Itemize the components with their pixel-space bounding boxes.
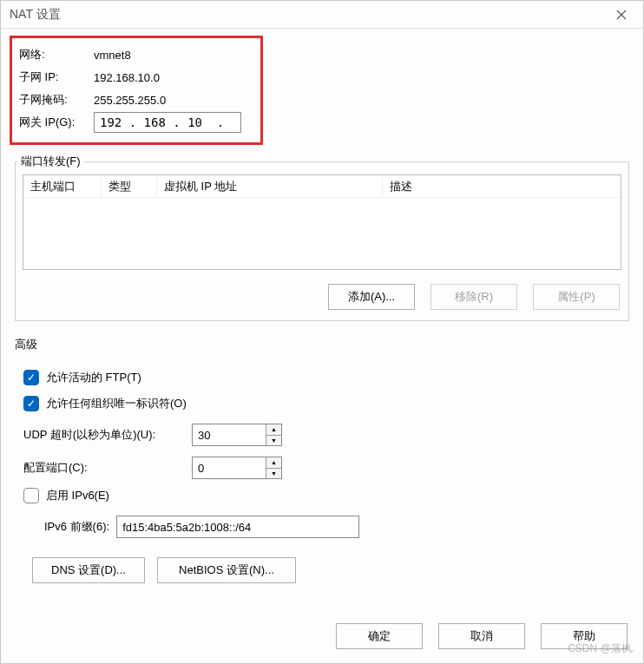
network-info-highlight: 网络: vmnet8 子网 IP: 192.168.10.0 子网掩码: 255… (10, 36, 263, 145)
chevron-down-icon[interactable]: ▼ (266, 469, 281, 479)
config-port-input[interactable] (193, 457, 266, 478)
subnet-ip-label: 子网 IP: (19, 69, 90, 85)
ftp-checkbox-row[interactable]: ✓ 允许活动的 FTP(T) (23, 365, 622, 391)
ipv6-prefix-input[interactable] (116, 516, 359, 538)
cancel-button[interactable]: 取消 (438, 623, 525, 649)
close-icon[interactable] (608, 2, 634, 28)
port-forward-buttons: 添加(A)... 移除(R) 属性(P) (16, 277, 628, 320)
ipv6-prefix-label: IPv6 前缀(6): (44, 519, 109, 535)
dns-settings-button[interactable]: DNS 设置(D)... (32, 557, 145, 583)
content-area: 网络: vmnet8 子网 IP: 192.168.10.0 子网掩码: 255… (1, 29, 643, 611)
checkbox-checked-icon[interactable]: ✓ (23, 370, 39, 385)
footer-buttons: 确定 取消 帮助 (1, 611, 643, 663)
ipv6-label: 启用 IPv6(E) (46, 488, 109, 503)
port-forward-fieldset: 端口转发(F) 主机端口 类型 虚拟机 IP 地址 描述 添加(A)... 移除… (15, 154, 629, 321)
checkbox-checked-icon[interactable]: ✓ (23, 396, 39, 411)
window-title: NAT 设置 (10, 7, 608, 23)
port-forward-table[interactable]: 主机端口 类型 虚拟机 IP 地址 描述 (23, 174, 621, 270)
oui-checkbox-row[interactable]: ✓ 允许任何组织唯一标识符(O) (23, 391, 622, 417)
gateway-label: 网关 IP(G): (19, 115, 90, 130)
ipv6-prefix-row: IPv6 前缀(6): (23, 512, 622, 542)
gateway-ip-input[interactable] (94, 112, 241, 133)
ipv6-checkbox-row[interactable]: 启用 IPv6(E) (23, 483, 622, 509)
titlebar: NAT 设置 (1, 1, 643, 29)
network-label: 网络: (19, 47, 90, 62)
col-vm-ip[interactable]: 虚拟机 IP 地址 (157, 175, 383, 197)
chevron-up-icon[interactable]: ▲ (266, 457, 281, 469)
nat-settings-window: NAT 设置 网络: vmnet8 子网 IP: 192.168.10.0 子网… (0, 0, 644, 664)
subnet-mask-row: 子网掩码: 255.255.255.0 (19, 89, 253, 111)
gateway-row: 网关 IP(G): (19, 111, 253, 134)
subnet-ip-row: 子网 IP: 192.168.10.0 (19, 66, 253, 89)
subnet-mask-label: 子网掩码: (19, 92, 90, 108)
subnet-ip-value: 192.168.10.0 (94, 71, 160, 84)
add-button[interactable]: 添加(A)... (328, 284, 415, 310)
subnet-mask-value: 255.255.255.0 (94, 94, 166, 107)
netbios-settings-button[interactable]: NetBIOS 设置(N)... (157, 557, 296, 583)
network-value: vmnet8 (94, 49, 131, 62)
col-desc[interactable]: 描述 (383, 175, 621, 197)
chevron-down-icon[interactable]: ▼ (266, 436, 281, 446)
config-port-stepper[interactable]: ▲ ▼ (192, 457, 282, 479)
udp-timeout-label: UDP 超时(以秒为单位)(U): (23, 427, 185, 443)
table-header: 主机端口 类型 虚拟机 IP 地址 描述 (23, 175, 621, 198)
config-port-row: 配置端口(C): ▲ ▼ (23, 453, 622, 483)
col-host-port[interactable]: 主机端口 (23, 175, 102, 197)
advanced-title: 高级 (15, 337, 629, 352)
help-button[interactable]: 帮助 (541, 623, 628, 649)
properties-button: 属性(P) (533, 284, 620, 310)
ok-button[interactable]: 确定 (336, 623, 423, 649)
config-port-label: 配置端口(C): (23, 460, 185, 476)
chevron-up-icon[interactable]: ▲ (266, 424, 281, 436)
checkbox-unchecked-icon[interactable] (23, 488, 39, 503)
udp-timeout-row: UDP 超时(以秒为单位)(U): ▲ ▼ (23, 420, 622, 450)
advanced-section: ✓ 允许活动的 FTP(T) ✓ 允许任何组织唯一标识符(O) UDP 超时(以… (15, 365, 629, 587)
col-type[interactable]: 类型 (102, 175, 157, 197)
network-row: 网络: vmnet8 (19, 43, 253, 66)
advanced-buttons: DNS 设置(D)... NetBIOS 设置(N)... (23, 542, 622, 587)
udp-timeout-stepper[interactable]: ▲ ▼ (192, 424, 282, 446)
oui-label: 允许任何组织唯一标识符(O) (46, 396, 187, 411)
port-forward-legend: 端口转发(F) (17, 154, 84, 169)
udp-timeout-input[interactable] (193, 424, 266, 445)
ftp-label: 允许活动的 FTP(T) (46, 370, 141, 385)
remove-button: 移除(R) (430, 284, 517, 310)
